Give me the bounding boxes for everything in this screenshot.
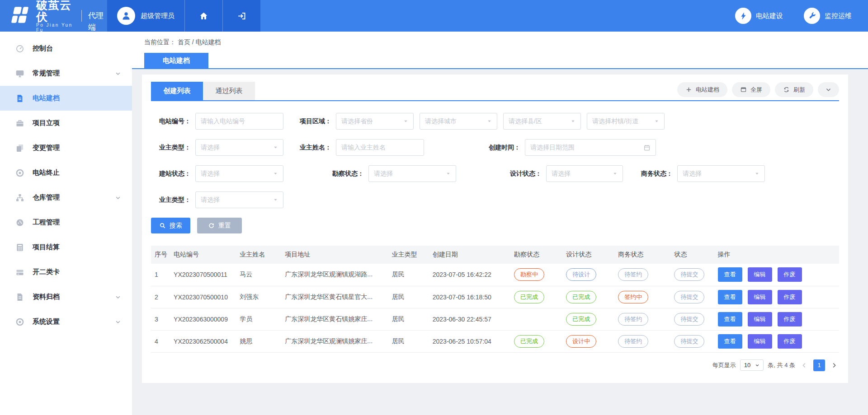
logout-button[interactable] (222, 0, 260, 32)
void-button[interactable]: 作废 (778, 290, 802, 304)
document-icon (15, 94, 24, 103)
cell-index: 3 (151, 308, 170, 330)
toolbar-button[interactable]: 全屏 (732, 82, 770, 97)
filter-label: 设计状态： (502, 170, 542, 178)
select-input[interactable]: 请选择县/区 (503, 113, 581, 130)
cell-created: 2023-06-25 10:57:04 (429, 330, 510, 352)
status-badge: 勘察中 (514, 268, 544, 281)
cell-survey: 已完成 (510, 286, 562, 308)
prev-page-button[interactable] (799, 362, 809, 368)
select-input[interactable]: 请选择省份 (336, 113, 414, 130)
home-button[interactable] (184, 0, 222, 32)
list-tab[interactable]: 创建列表 (151, 82, 203, 100)
caret-down-icon (613, 171, 618, 176)
toolbar-button[interactable] (818, 82, 839, 97)
column-header: 业主类型 (388, 246, 429, 264)
cell-survey: 已完成 (510, 330, 562, 352)
filter-row: 建站状态：请选择勘察状态：请选择设计状态：请选择商务状态：请选择 (151, 165, 839, 182)
filter-row: 业主类型：请选择业主姓名：请输入业主姓名创建时间：请选择日期范围 (151, 139, 839, 156)
lightning-icon (739, 12, 748, 20)
search-button[interactable]: 搜索 (151, 218, 190, 233)
archive-icon (15, 293, 24, 302)
sidebar-item[interactable]: 变更管理 (0, 135, 132, 160)
page-tab[interactable]: 电站建档 (144, 53, 208, 68)
select-input[interactable]: 请选择 (677, 165, 765, 182)
cell-status: 待提交 (670, 286, 714, 308)
edit-button[interactable]: 编辑 (748, 334, 772, 349)
main-area: 当前位置： 首页 / 电站建档 电站建档 创建列表通过列表 电站建档全屏刷新 电… (132, 32, 868, 415)
current-page-button[interactable]: 1 (813, 359, 825, 371)
cell-address: 广东深圳龙华区黄石镇姚家庄... (281, 308, 388, 330)
caret-down-icon (446, 171, 451, 176)
top-header: 破茧云伏 Po Jian Yun Fu 代理端 超级管理员 电站建设监控运维 (0, 0, 868, 32)
view-button[interactable]: 查看 (718, 267, 742, 282)
sidebar-item-label: 项目结算 (33, 243, 60, 252)
caret-down-icon (273, 171, 278, 176)
page-header-strip: 当前位置： 首页 / 电站建档 电站建档 (132, 32, 868, 69)
select-input[interactable]: 请选择村镇/街道 (587, 113, 665, 130)
select-input[interactable]: 请选择 (195, 165, 283, 182)
view-button[interactable]: 查看 (718, 290, 742, 304)
select-input[interactable]: 请选择 (195, 139, 283, 156)
select-input[interactable]: 请选择城市 (420, 113, 497, 130)
void-button[interactable]: 作废 (778, 334, 802, 349)
chevron-down-icon (115, 195, 121, 201)
status-badge: 待签约 (618, 335, 648, 348)
row-actions: 查看编辑作废 (718, 290, 835, 304)
cell-owner: 刘强东 (236, 286, 281, 308)
next-page-button[interactable] (829, 362, 839, 368)
sidebar-item[interactable]: 开二类卡 (0, 260, 132, 284)
reset-label: 重置 (218, 222, 231, 230)
column-header: 业主姓名 (236, 246, 281, 264)
text-input[interactable]: 请输入电站编号 (195, 113, 283, 130)
quick-link-lightning[interactable]: 电站建设 (735, 8, 783, 24)
page-size-select[interactable]: 10 (740, 359, 764, 371)
edit-button[interactable]: 编辑 (748, 312, 772, 326)
sidebar-item[interactable]: 常规管理 (0, 61, 132, 86)
brand-text: 破茧云伏 Po Jian Yun Fu (36, 0, 75, 33)
card-toolbar: 电站建档全屏刷新 (677, 82, 839, 100)
caret-down-icon (755, 363, 760, 368)
view-button[interactable]: 查看 (718, 334, 742, 349)
filter-group: 电站编号：请输入电站编号 (151, 113, 289, 130)
placeholder-text: 请选择 (552, 170, 610, 178)
toolbar-button[interactable]: 电站建档 (677, 82, 727, 97)
void-button[interactable]: 作废 (778, 267, 802, 282)
sitemap-icon (15, 193, 24, 202)
sidebar-item[interactable]: 资料归档 (0, 284, 132, 309)
status-badge: 待设计 (566, 268, 596, 281)
status-badge: 待提交 (674, 268, 704, 281)
select-input[interactable]: 请选择 (368, 165, 456, 182)
status-badge: 已完成 (514, 335, 544, 348)
sidebar-item[interactable]: 电站终止 (0, 160, 132, 185)
caret-down-icon (273, 145, 278, 150)
reset-button[interactable]: 重置 (197, 218, 242, 233)
user-menu[interactable]: 超级管理员 (107, 0, 184, 32)
pagination: 每页显示 10 条, 共 4 条 1 (151, 359, 839, 371)
sidebar-item[interactable]: 仓库管理 (0, 185, 132, 210)
sidebar-item[interactable]: 系统设置 (0, 309, 132, 334)
cell-business: 待签约 (614, 308, 670, 330)
quick-link-label: 电站建设 (756, 12, 783, 20)
toolbar-button[interactable]: 刷新 (775, 82, 813, 97)
sidebar-item[interactable]: 工程管理 (0, 210, 132, 235)
sidebar-item[interactable]: 电站建档 (0, 86, 132, 111)
select-input[interactable]: 请选择 (195, 191, 283, 208)
void-button[interactable]: 作废 (778, 312, 802, 326)
filter-label: 勘察状态： (324, 170, 364, 178)
edit-button[interactable]: 编辑 (748, 290, 772, 304)
list-tab[interactable]: 通过列表 (203, 82, 255, 100)
sidebar-item[interactable]: 项目结算 (0, 235, 132, 260)
text-input[interactable]: 请输入业主姓名 (336, 139, 424, 156)
toolbar-button-label: 刷新 (793, 86, 805, 94)
view-button[interactable]: 查看 (718, 312, 742, 326)
filter-group: 建站状态：请选择 (151, 165, 289, 182)
caret-down-icon (571, 119, 576, 124)
brand-logo-icon (10, 5, 31, 26)
date-range-input[interactable]: 请选择日期范围 (525, 139, 656, 156)
sidebar-item[interactable]: 控制台 (0, 36, 132, 61)
sidebar-item[interactable]: 项目立项 (0, 111, 132, 135)
quick-link-wrench[interactable]: 监控运维 (804, 8, 852, 24)
select-input[interactable]: 请选择 (546, 165, 623, 182)
edit-button[interactable]: 编辑 (748, 267, 772, 282)
